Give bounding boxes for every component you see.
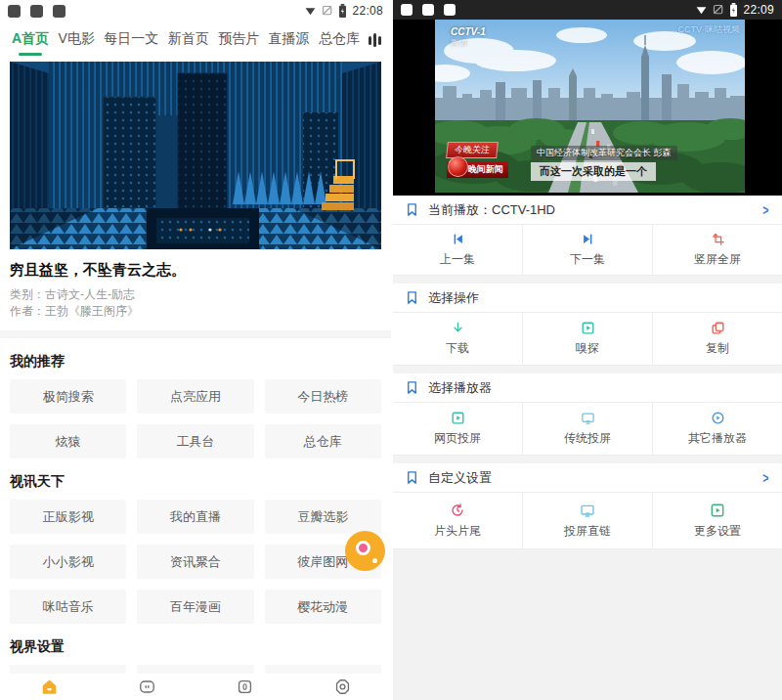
player-controls: 上一集 下一集 竖屏全屏	[393, 225, 782, 276]
more-settings-icon	[710, 503, 725, 518]
chevron-right-icon[interactable]: >	[763, 470, 769, 485]
news-badge-bottom: 晚间新闻	[447, 161, 508, 178]
signal-off-icon	[713, 4, 724, 16]
shortcut-news-agg[interactable]: 资讯聚合	[137, 545, 253, 579]
now-playing-row[interactable]: 当前播放：CCTV-1HD >	[393, 196, 782, 225]
section-title-view-settings: 视界设置	[0, 624, 391, 665]
copy-button[interactable]: 复制	[653, 313, 782, 365]
other-player-button[interactable]: 其它播放器	[653, 403, 782, 455]
previous-episode-button[interactable]: 上一集	[393, 225, 523, 275]
quote-meta: 类别：古诗文-人生-励志 作者：王勃《滕王阁序》	[0, 280, 391, 320]
shortcut-label: 总仓库	[304, 433, 342, 451]
recommend-grid: 极简搜索 点亮应用 今日热榜 炫猿 工具台 总仓库	[0, 379, 391, 459]
play-box-icon	[581, 321, 595, 335]
video-tab-icon[interactable]	[138, 678, 156, 696]
web-cast-button[interactable]: 网页投屏	[393, 403, 523, 455]
section-header-custom-settings[interactable]: 自定义设置 >	[393, 463, 782, 493]
shortcut-label: 豆瓣选影	[297, 508, 348, 526]
hero-image[interactable]	[10, 62, 381, 249]
shortcut-toolbox[interactable]: 工具台	[137, 424, 253, 459]
players-grid: 网页投屏 传统投屏 其它播放器	[393, 403, 782, 456]
tab-live-sources[interactable]: 直播源	[269, 30, 310, 50]
tab-new-home[interactable]: 新首页	[168, 30, 209, 50]
quote-category: 类别：古诗文-人生-励志	[10, 286, 381, 303]
tab-trailers[interactable]: 预告片	[218, 30, 259, 50]
action-label: 网页投屏	[434, 430, 481, 447]
shortcut-minimal-search[interactable]: 极简搜索	[10, 379, 126, 414]
notification-icon	[53, 5, 65, 18]
download-icon	[451, 321, 465, 335]
channel-manage-icon[interactable]	[369, 32, 381, 48]
action-label: 嗅探	[576, 340, 599, 357]
skip-previous-icon	[451, 232, 465, 246]
content-filler	[393, 549, 782, 700]
notification-icon	[401, 4, 413, 16]
left-screen: 22:08 A首页 V电影 每日一文 新首页 预告片 直播源 总仓库	[0, 0, 391, 700]
tab-warehouse[interactable]: 总仓库	[319, 30, 360, 50]
shortcut-label: 我的直播	[170, 508, 221, 526]
settings-tab-icon[interactable]	[333, 678, 352, 696]
shortcut-century-comics[interactable]: 百年漫画	[137, 590, 253, 624]
section-header-players: 选择播放器	[393, 373, 782, 403]
action-label: 片头片尾	[434, 523, 481, 540]
tab-daily-article[interactable]: 每日一文	[104, 30, 158, 50]
floating-search-button[interactable]	[345, 531, 385, 571]
subtitle: 而这一次采取的是一个	[531, 162, 656, 181]
chevron-right-icon[interactable]: >	[763, 202, 769, 217]
intro-outro-button[interactable]: 片头片尾	[393, 493, 523, 548]
channel-logo-sub: 高清	[451, 37, 486, 48]
shortcut-migu-music[interactable]: 咪咕音乐	[10, 590, 126, 624]
shortcut-label: 百年漫画	[170, 598, 221, 616]
top-tab-bar: A首页 V电影 每日一文 新首页 预告片 直播源 总仓库	[0, 22, 391, 59]
quote-title: 穷且益坚，不坠青云之志。	[0, 249, 391, 280]
notification-icon	[422, 4, 434, 16]
shortcut-douban-picks[interactable]: 豆瓣选影	[265, 500, 381, 534]
home-tab-icon[interactable]	[40, 678, 59, 696]
traditional-cast-button[interactable]: 传统投屏	[523, 403, 653, 455]
control-label: 下一集	[570, 251, 605, 268]
downloads-tab-icon[interactable]	[236, 678, 254, 696]
notification-icon	[8, 5, 21, 18]
left-status-bar: 22:08	[0, 0, 391, 22]
shortcut-my-live[interactable]: 我的直播	[137, 500, 253, 534]
speaker-caption: 中国经济体制改革研究会会长 彭森	[531, 146, 677, 160]
bookmark-icon	[405, 380, 419, 395]
shortcut-sakura-anime[interactable]: 樱花动漫	[265, 590, 381, 624]
section-gap	[393, 276, 782, 284]
shortcut-hot-today[interactable]: 今日热榜	[265, 379, 381, 414]
right-status-bar: 22:09	[393, 0, 782, 20]
next-episode-button[interactable]: 下一集	[523, 225, 653, 275]
shortcut-xuanyuan[interactable]: 炫猿	[10, 424, 126, 459]
notification-icon	[30, 5, 43, 18]
section-divider	[0, 330, 391, 338]
shortcut-label: 极简搜索	[43, 388, 94, 406]
skip-next-icon	[581, 232, 595, 246]
skip-intro-icon	[450, 503, 465, 518]
section-gap	[393, 366, 782, 373]
cast-screen-icon	[581, 411, 595, 425]
news-badge: 今晚关注 晚间新闻	[447, 139, 525, 178]
video-frame: CCTV-1 高清 CCTV·咪咕视频 今晚关注 晚间新闻 中国经济体制改革研究…	[435, 20, 745, 193]
section-header-label: 自定义设置	[428, 469, 492, 487]
shortcut-label: 樱花动漫	[297, 598, 348, 616]
shortcut-xiaoxiao-video[interactable]: 小小影视	[10, 545, 126, 579]
sniff-button[interactable]: 嗅探	[523, 313, 653, 365]
portrait-fullscreen-button[interactable]: 竖屏全屏	[653, 225, 782, 275]
bookmark-icon	[405, 290, 419, 305]
cast-link-button[interactable]: 投屏直链	[523, 493, 653, 548]
action-label: 复制	[706, 340, 729, 357]
shortcut-warehouse[interactable]: 总仓库	[265, 424, 381, 459]
bookmark-icon	[405, 470, 419, 485]
shortcut-light-apps[interactable]: 点亮应用	[137, 379, 253, 414]
action-label: 下载	[446, 340, 469, 357]
shortcut-licensed-video[interactable]: 正版影视	[10, 500, 126, 534]
download-button[interactable]: 下载	[393, 313, 523, 365]
rotate-fullscreen-icon	[711, 232, 725, 246]
action-label: 传统投屏	[564, 430, 611, 447]
video-player[interactable]: 22:09	[393, 0, 782, 196]
more-settings-button[interactable]: 更多设置	[653, 493, 782, 548]
section-title-video-world: 视讯天下	[0, 459, 391, 500]
tab-movies-v[interactable]: V电影	[59, 30, 95, 50]
tab-home-a[interactable]: A首页	[12, 30, 49, 50]
clock: 22:09	[743, 3, 774, 17]
